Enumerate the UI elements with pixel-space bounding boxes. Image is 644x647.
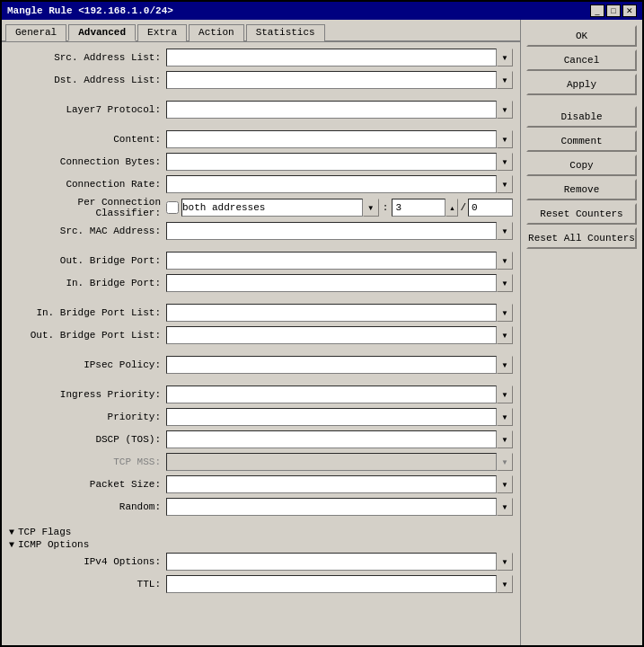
classifier-select[interactable] [181, 199, 363, 217]
in-bridge-port-input[interactable] [166, 274, 497, 292]
content-input[interactable] [166, 130, 497, 148]
tab-action[interactable]: Action [189, 24, 244, 41]
dscp-tos-input[interactable] [166, 430, 497, 448]
content-input-wrap: ▼ [166, 130, 513, 148]
in-bridge-port-dropdown-btn[interactable]: ▼ [497, 274, 513, 292]
ingress-priority-dropdown-btn[interactable]: ▼ [497, 386, 513, 403]
priority-label: Priority: [9, 412, 166, 422]
connection-bytes-input[interactable] [166, 153, 497, 171]
packet-size-input[interactable] [166, 475, 497, 493]
content-row: Content: ▼ [9, 129, 513, 149]
random-input[interactable] [166, 498, 497, 516]
in-bridge-port-input-wrap: ▼ [166, 274, 513, 292]
random-dropdown-btn[interactable]: ▼ [497, 498, 513, 516]
dscp-tos-input-wrap: ▼ [166, 430, 513, 448]
priority-row: Priority: ▼ [9, 407, 513, 427]
classifier-spin-btn[interactable]: ▲ [446, 199, 458, 217]
out-bridge-port-list-row: Out. Bridge Port List: ▼ [9, 325, 513, 345]
ipv4-options-input[interactable] [166, 553, 497, 571]
classifier-colon: : [379, 202, 393, 213]
tab-general[interactable]: General [5, 24, 66, 41]
out-bridge-port-input[interactable] [166, 252, 497, 270]
content-label: Content: [9, 134, 166, 145]
ok-button[interactable]: OK [526, 25, 637, 47]
tcp-mss-row: TCP MSS: ▼ [9, 452, 513, 472]
out-bridge-port-row: Out. Bridge Port: ▼ [9, 251, 513, 270]
icmp-options-row[interactable]: ▼ ICMP Options [9, 539, 513, 550]
ttl-row: TTL: ▼ [9, 574, 513, 594]
connection-bytes-dropdown-btn[interactable]: ▼ [497, 153, 513, 171]
src-mac-address-dropdown-btn[interactable]: ▼ [497, 222, 513, 240]
dscp-tos-label: DSCP (TOS): [9, 434, 166, 445]
in-bridge-port-list-dropdown-btn[interactable]: ▼ [497, 304, 513, 322]
dst-address-list-input-wrap: ▼ [166, 71, 513, 89]
ipv4-options-dropdown-btn[interactable]: ▼ [497, 553, 513, 571]
ipsec-policy-dropdown-btn[interactable]: ▼ [497, 356, 513, 374]
ingress-priority-input-wrap: ▼ [166, 386, 513, 403]
classifier-slash: / [458, 202, 468, 213]
cancel-button[interactable]: Cancel [526, 49, 637, 71]
reset-all-counters-button[interactable]: Reset All Counters [526, 227, 637, 249]
layer7-protocol-input-wrap: ▼ [166, 101, 513, 119]
layer7-protocol-row: Layer7 Protocol: ▼ [9, 100, 513, 120]
classifier-dropdown-btn[interactable]: ▼ [363, 199, 379, 217]
priority-dropdown-btn[interactable]: ▼ [497, 408, 513, 426]
maximize-button[interactable]: □ [606, 4, 621, 17]
classifier-checkbox[interactable] [166, 201, 179, 214]
dst-address-list-label: Dst. Address List: [9, 75, 166, 85]
connection-rate-dropdown-btn[interactable]: ▼ [497, 175, 513, 193]
classifier-denominator-input[interactable] [468, 199, 513, 217]
src-address-list-dropdown-btn[interactable]: ▼ [497, 49, 513, 66]
layer7-protocol-label: Layer7 Protocol: [9, 104, 166, 115]
layer7-protocol-input[interactable] [166, 101, 497, 119]
tab-statistics[interactable]: Statistics [246, 24, 325, 41]
ttl-dropdown-btn[interactable]: ▼ [497, 575, 513, 593]
tab-advanced[interactable]: Advanced [68, 24, 136, 41]
classifier-numerator-input[interactable] [392, 199, 446, 217]
right-panel: OK Cancel Apply Disable Comment Copy Rem… [521, 20, 642, 645]
disable-button[interactable]: Disable [526, 106, 637, 128]
out-bridge-port-list-dropdown-btn[interactable]: ▼ [497, 326, 513, 344]
apply-button[interactable]: Apply [526, 74, 637, 95]
content-dropdown-btn[interactable]: ▼ [497, 130, 513, 148]
src-address-list-input[interactable] [166, 49, 497, 66]
out-bridge-port-dropdown-btn[interactable]: ▼ [497, 252, 513, 270]
ipsec-policy-input[interactable] [166, 356, 497, 374]
connection-rate-row: Connection Rate: ▼ [9, 174, 513, 194]
out-bridge-port-list-input[interactable] [166, 326, 497, 344]
tcp-mss-label: TCP MSS: [9, 456, 166, 467]
packet-size-dropdown-btn[interactable]: ▼ [497, 475, 513, 493]
tcp-flags-row[interactable]: ▼ TCP Flags [9, 527, 513, 537]
copy-button[interactable]: Copy [526, 155, 637, 176]
priority-input-wrap: ▼ [166, 408, 513, 426]
connection-bytes-row: Connection Bytes: ▼ [9, 152, 513, 172]
dst-address-list-input[interactable] [166, 71, 497, 89]
connection-rate-input-wrap: ▼ [166, 175, 513, 193]
dscp-tos-dropdown-btn[interactable]: ▼ [497, 430, 513, 448]
tcp-flags-label: TCP Flags [18, 527, 71, 537]
ingress-priority-input[interactable] [166, 386, 497, 403]
ipsec-policy-row: IPsec Policy: ▼ [9, 355, 513, 375]
reset-counters-button[interactable]: Reset Counters [526, 203, 637, 225]
ipv4-options-input-wrap: ▼ [166, 553, 513, 571]
layer7-protocol-dropdown-btn[interactable]: ▼ [497, 101, 513, 119]
dst-address-list-dropdown-btn[interactable]: ▼ [497, 71, 513, 89]
src-mac-address-input[interactable] [166, 222, 497, 240]
close-button[interactable]: ✕ [622, 4, 637, 17]
connection-rate-input[interactable] [166, 175, 497, 193]
ipv4-options-row: IPv4 Options: ▼ [9, 552, 513, 572]
title-bar-buttons: _ □ ✕ [590, 4, 637, 17]
priority-input[interactable] [166, 408, 497, 426]
ttl-label: TTL: [9, 579, 166, 589]
minimize-button[interactable]: _ [590, 4, 604, 17]
ttl-input[interactable] [166, 575, 497, 593]
in-bridge-port-list-input[interactable] [166, 304, 497, 322]
out-bridge-port-list-label: Out. Bridge Port List: [9, 330, 166, 341]
remove-button[interactable]: Remove [526, 179, 637, 200]
classifier-controls: ▼ : ▲ / [166, 199, 513, 217]
ipsec-policy-input-wrap: ▼ [166, 356, 513, 374]
per-connection-classifier-label: Per Connection Classifier: [9, 197, 166, 218]
title-bar: Mangle Rule <192.168.1.0/24> _ □ ✕ [2, 2, 642, 20]
comment-button[interactable]: Comment [526, 130, 637, 152]
tab-extra[interactable]: Extra [137, 24, 187, 41]
